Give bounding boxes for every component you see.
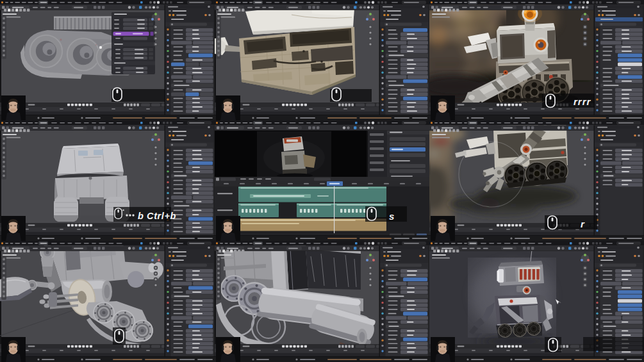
svg-text:s: s [389, 211, 395, 222]
svg-text:r: r [581, 218, 585, 229]
svg-text:rrrr: rrrr [574, 96, 591, 107]
svg-text:b Ctrl+b: b Ctrl+b [138, 211, 176, 221]
